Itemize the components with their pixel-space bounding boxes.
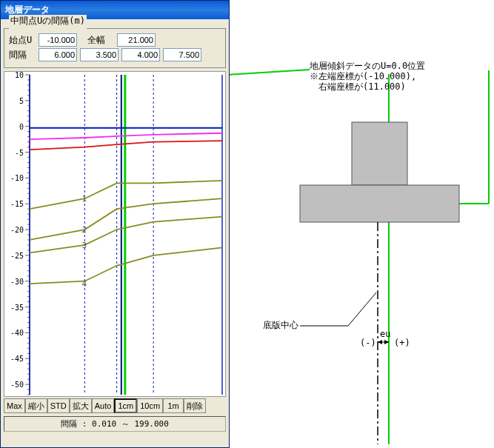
eu-arrow-left [378, 340, 382, 344]
stratum-chart: 1050-5-10-15-20-25-30-35-40-45-501234 [4, 71, 226, 397]
toolbar-btn-縮小[interactable]: 縮小 [25, 398, 47, 413]
chart-toolbar: Max縮小STD拡大Auto1cm10cm1m削除 [4, 398, 226, 413]
svg-text:3: 3 [82, 241, 87, 250]
toolbar-btn-削除[interactable]: 削除 [184, 398, 206, 413]
footing-slab [300, 185, 459, 222]
plus-label: (+) [394, 338, 410, 348]
svg-text:-40: -40 [10, 329, 24, 337]
start-u-label: 始点U [9, 34, 36, 47]
green-connector-1 [230, 70, 310, 80]
spacing-label: 間隔 [9, 49, 36, 61]
svg-text:5: 5 [19, 97, 24, 105]
svg-text:-5: -5 [15, 149, 24, 157]
window-title: 地層データ [5, 4, 50, 15]
full-width-label: 全幅 [87, 34, 114, 47]
svg-text:-50: -50 [10, 381, 24, 389]
svg-text:-35: -35 [10, 304, 24, 312]
spacing-fieldset: 中間点Uの間隔(m) 始点U 全幅 間隔 [4, 22, 226, 68]
stratum-data-window: 地層データ 中間点Uの間隔(m) 始点U 全幅 間隔 1050-5-10-15-… [0, 0, 230, 448]
spacing-input-2[interactable] [80, 48, 119, 61]
pier-column [352, 122, 407, 185]
toolbar-btn-10cm[interactable]: 10cm [137, 398, 163, 413]
svg-text:-10: -10 [10, 174, 24, 182]
svg-text:-25: -25 [10, 252, 24, 260]
svg-text:-30: -30 [10, 278, 24, 286]
status-bar: 間隔 : 0.010 ～ 199.000 [4, 416, 226, 432]
toolbar-btn-1m[interactable]: 1m [163, 398, 184, 413]
bottom-center-label: 底版中心 [263, 320, 298, 330]
svg-text:-15: -15 [10, 200, 24, 208]
annot-line-3: 右端座標が(11.000) [310, 81, 406, 92]
svg-text:1: 1 [82, 194, 87, 204]
minus-label: (-) [360, 338, 376, 348]
svg-text:4: 4 [82, 279, 87, 289]
svg-text:-45: -45 [10, 355, 24, 363]
svg-text:10: 10 [15, 72, 24, 79]
svg-text:0: 0 [19, 123, 24, 131]
eu-label: eu [380, 329, 390, 339]
toolbar-btn-拡大[interactable]: 拡大 [70, 398, 92, 413]
toolbar-btn-STD[interactable]: STD [47, 398, 70, 413]
annot-line-1: 地層傾斜データのU=0.0位置 [310, 61, 425, 71]
center-leader-d [348, 292, 376, 326]
chart-svg: 1050-5-10-15-20-25-30-35-40-45-501234 [4, 72, 227, 398]
toolbar-btn-Max[interactable]: Max [4, 398, 25, 413]
toolbar-btn-1cm[interactable]: 1cm [114, 398, 137, 413]
spacing-input-3[interactable] [121, 48, 160, 61]
fieldset-legend: 中間点Uの間隔(m) [9, 15, 87, 27]
full-width-input[interactable] [117, 33, 156, 47]
start-u-input[interactable] [39, 33, 77, 47]
svg-text:-20: -20 [10, 226, 24, 234]
spacing-input-4[interactable] [163, 48, 201, 61]
annot-line-2: ※左端座標が(-10.000), [310, 71, 416, 81]
svg-text:2: 2 [82, 225, 87, 235]
spacing-input-1[interactable] [39, 48, 77, 61]
toolbar-btn-Auto[interactable]: Auto [92, 398, 115, 413]
diagram-pane: 地層傾斜データのU=0.0位置 ※左端座標が(-10.000), 右端座標が(1… [230, 0, 494, 448]
